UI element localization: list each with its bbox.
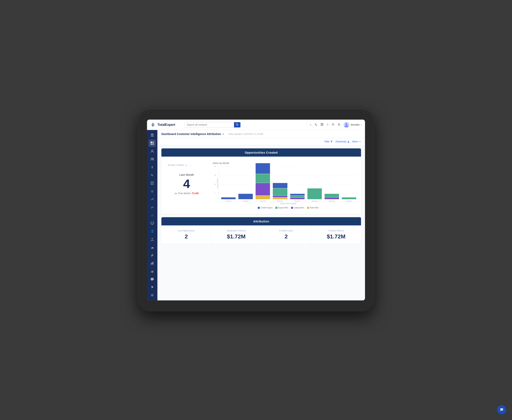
y-20: 20 — [214, 165, 216, 167]
legend-credit: Credit Inquiry — [258, 207, 272, 209]
download-label: Download — [336, 140, 346, 143]
options-icon[interactable]: ⋮ — [189, 164, 192, 167]
bar-segment-listing — [256, 183, 270, 195]
sidebar-item-user[interactable]: 🧑 — [149, 268, 156, 275]
logo-text: TotalExpert — [158, 123, 175, 127]
dashboard-title-selector[interactable]: Dashboard Customer Intelligence Attribut… — [161, 132, 224, 135]
bar-segment-equity — [273, 188, 287, 195]
info-icon[interactable]: ⓘ — [185, 164, 188, 167]
chat-fab-icon — [500, 408, 504, 412]
sidebar-item-barchart[interactable] — [149, 260, 156, 267]
filter-button[interactable]: Filter — [324, 140, 333, 143]
sidebar-item-chat[interactable]: 💬 — [149, 276, 156, 283]
sidebar-item-menu[interactable]: ☰ — [149, 132, 156, 139]
add-button[interactable]: + — [310, 123, 312, 126]
sidebar-item-contacts[interactable] — [149, 148, 156, 155]
grid-icon[interactable] — [321, 123, 324, 126]
bell-icon[interactable] — [338, 123, 340, 126]
bar-segment-equity — [256, 174, 270, 183]
svg-point-20 — [151, 158, 152, 159]
totalexpert-logo-icon — [150, 122, 156, 128]
bar-stack — [342, 197, 356, 199]
svg-rect-8 — [321, 123, 322, 124]
opportunities-metric: Number of Alerts ⓘ ⋮ Last Month 4 vs. Pr… — [165, 160, 209, 211]
user-area[interactable]: Jennifer ▾ — [344, 122, 362, 128]
attribution-section: Attribution Loan Applications2Applicatio… — [161, 217, 361, 244]
more-icon — [359, 140, 361, 143]
sidebar-item-groups[interactable] — [149, 156, 156, 163]
svg-rect-11 — [322, 125, 323, 126]
attribution-body: Loan Applications2Application Volume$1.7… — [161, 225, 361, 244]
attribution-metric-label: Funded Loans — [265, 229, 308, 232]
bar-chart: 11/202203/202304/202305/202306/202308/20… — [218, 166, 358, 202]
sidebar-item-person[interactable]: 👤 — [149, 228, 156, 235]
sidebar-item-flag[interactable]: ⚑ — [149, 284, 156, 291]
svg-point-36 — [501, 409, 501, 410]
svg-point-38 — [502, 409, 502, 410]
more-label: More — [352, 140, 358, 143]
attribution-metric-label: Funded Volume — [314, 229, 358, 232]
bar-label: 06/2023 — [294, 200, 300, 202]
bar-group: 06/2023 — [290, 194, 305, 202]
bar-stack — [290, 194, 305, 199]
x-axis-title: Month Alert Created — [218, 202, 358, 205]
legend-rate-dot — [307, 207, 309, 209]
opp-metric-container: Last Month 4 vs. Prev Month -71.4% — [168, 173, 205, 195]
download-button[interactable]: Download — [336, 140, 349, 143]
bar-segment-credit — [256, 163, 270, 174]
section-container: Opportunities Created Number of Alerts ⓘ… — [158, 145, 365, 247]
sidebar-item-monitor[interactable] — [149, 220, 156, 227]
attribution-metric-value: $1.72M — [314, 233, 358, 240]
sidebar-item-settings[interactable] — [149, 292, 156, 299]
chat-fab-button[interactable] — [497, 405, 506, 414]
bar-label: 05/2023 — [277, 200, 283, 202]
opp-chart-area: Alerts by Month Count of Alerts 20 — [213, 160, 358, 211]
bar-segment-credit — [221, 197, 236, 199]
svg-rect-29 — [151, 263, 151, 265]
bar-stack — [221, 197, 236, 199]
bar-chart-container: 20 15 10 — [218, 166, 358, 202]
y-5: 5 — [214, 192, 215, 194]
attribution-metric: Loan Applications2 — [161, 225, 211, 244]
legend-rate: Rate Alert — [307, 207, 319, 209]
sidebar-item-home[interactable]: ⌂ — [149, 212, 156, 219]
sidebar-item-dollar[interactable]: $ — [149, 164, 156, 171]
svg-point-6 — [236, 124, 238, 125]
help-icon[interactable]: ? — [327, 123, 328, 126]
sidebar-item-activity[interactable] — [149, 172, 156, 179]
bar-segment-credit — [273, 183, 287, 188]
bar-label: 09/2023 — [329, 200, 335, 202]
sidebar-item-dashboard[interactable] — [149, 140, 156, 147]
legend-equity-label: Equity Alert — [278, 207, 288, 209]
bar-label: 11/2022 — [226, 200, 231, 202]
phone-icon[interactable] — [315, 123, 317, 126]
sidebar-item-lightning[interactable]: ⚡ — [149, 252, 156, 259]
dashboard-title: Dashboard Customer Intelligence Attribut… — [161, 132, 221, 135]
sidebar-item-target[interactable]: ◎ — [149, 188, 156, 195]
bar-stack — [325, 194, 339, 199]
legend-equity: Equity Alert — [275, 207, 288, 209]
sidebar-item-upload[interactable] — [149, 236, 156, 243]
bar-segment-equity — [307, 188, 322, 199]
nav-icons: + ? — [306, 122, 362, 128]
opportunities-section: Opportunities Created Number of Alerts ⓘ… — [161, 148, 361, 214]
svg-rect-30 — [152, 262, 152, 265]
more-button[interactable]: More — [352, 140, 361, 143]
opp-count: 4 — [168, 178, 205, 190]
sidebar-item-growth[interactable] — [149, 204, 156, 211]
sidebar-item-journey[interactable] — [149, 195, 156, 203]
sidebar-item-cloud[interactable]: ☁ — [149, 244, 156, 251]
svg-point-21 — [152, 158, 154, 159]
svg-point-34 — [360, 141, 360, 142]
top-nav: TotalExpert + — [147, 120, 365, 130]
bar-label: 08/2023 — [312, 200, 317, 202]
search-bar[interactable] — [185, 122, 241, 128]
bar-label: 04/2023 — [260, 200, 266, 202]
svg-rect-26 — [151, 222, 154, 224]
search-button[interactable] — [234, 122, 241, 128]
search-input[interactable] — [185, 122, 234, 127]
sidebar-item-reports[interactable] — [149, 180, 156, 187]
opp-vs: vs. Prev Month -71.4% — [168, 192, 205, 195]
tablet-frame: TotalExpert + — [138, 109, 374, 311]
profile-icon[interactable] — [331, 123, 334, 126]
